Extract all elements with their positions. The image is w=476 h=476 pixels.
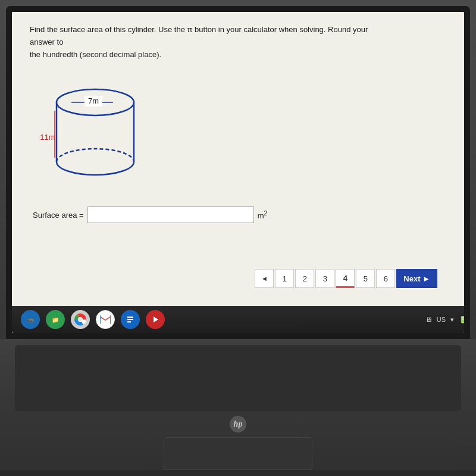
prev-button[interactable]: ◄ [255, 269, 274, 288]
laptop-bottom: hp [0, 339, 476, 470]
taskbar-zoom-icon[interactable]: 📹 [21, 310, 40, 329]
svg-text:📹: 📹 [27, 316, 35, 324]
unit-label: m2 [258, 209, 268, 220]
taskbar-region: US [437, 316, 446, 323]
page-5-button[interactable]: 5 [356, 269, 375, 288]
cylinder-diagram: 7m 11m [36, 70, 155, 189]
svg-rect-19 [127, 317, 133, 318]
next-button[interactable]: Next ► [396, 269, 437, 288]
taskbar-right: 🖥 US ▾ 🔋 [425, 316, 464, 324]
diagram-area: 7m 11m [30, 70, 446, 189]
screen-bezel: Find the surface area of this cylinder. … [6, 6, 470, 339]
page-2-button[interactable]: 2 [295, 269, 314, 288]
page-3-button[interactable]: 3 [315, 269, 334, 288]
svg-rect-15 [100, 315, 111, 324]
surface-area-label: Surface area = [33, 211, 84, 220]
surface-area-input[interactable] [87, 206, 254, 223]
question-line1: Find the surface area of this cylinder. … [30, 25, 368, 46]
hp-logo: hp [230, 416, 246, 433]
taskbar-gmail-icon[interactable] [96, 310, 115, 329]
pagination-area: ◄ 1 2 3 4 5 6 Next ► [30, 263, 446, 294]
taskbar-docs-icon[interactable] [121, 310, 140, 329]
taskbar-youtube-icon[interactable] [146, 310, 165, 329]
svg-rect-21 [127, 321, 131, 322]
surface-area-row: Surface area = m2 [33, 206, 446, 223]
svg-text:📁: 📁 [52, 316, 60, 324]
taskbar: 📹 📁 [12, 306, 464, 333]
svg-text:7m: 7m [88, 96, 99, 105]
cylinder-svg: 7m 11m [36, 70, 155, 189]
taskbar-battery-icon: 🔋 [459, 316, 464, 324]
question-line2: the hundredth (second decimal place). [30, 50, 161, 59]
taskbar-screen-icon: 🖥 [425, 316, 432, 323]
taskbar-files-icon[interactable]: 📁 [46, 310, 65, 329]
svg-rect-20 [127, 319, 133, 320]
page-1-button[interactable]: 1 [275, 269, 294, 288]
svg-text:11m: 11m [40, 133, 55, 142]
laptop-outer: Find the surface area of this cylinder. … [0, 0, 476, 476]
page-6-button[interactable]: 6 [376, 269, 395, 288]
hp-logo-area: hp [230, 416, 246, 433]
keyboard-area [15, 345, 461, 411]
content-area: Find the surface area of this cylinder. … [12, 12, 464, 306]
page-4-button[interactable]: 4 [336, 269, 355, 288]
question-text: Find the surface area of this cylinder. … [30, 24, 387, 61]
screen: Find the surface area of this cylinder. … [12, 12, 464, 333]
taskbar-wifi-icon: ▾ [450, 316, 454, 324]
svg-point-14 [79, 318, 82, 321]
hp-text: hp [234, 419, 243, 429]
trackpad-area[interactable] [164, 437, 312, 470]
taskbar-chrome-icon[interactable] [71, 310, 90, 329]
